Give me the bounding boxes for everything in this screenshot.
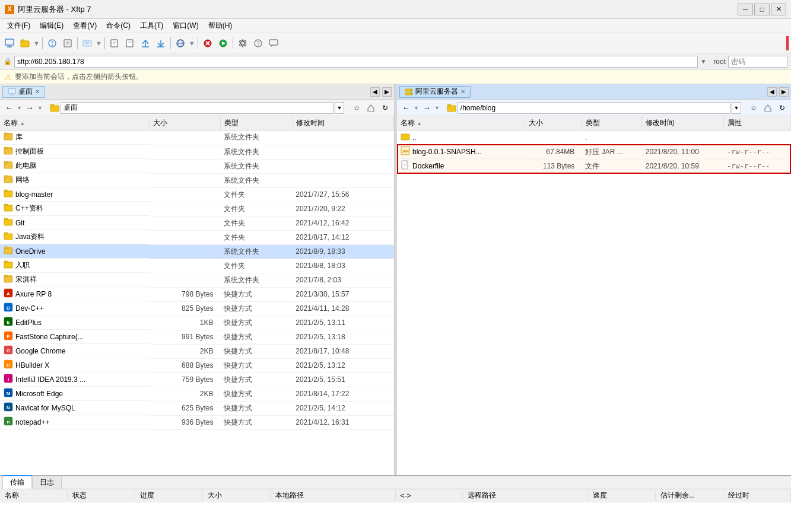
download-button[interactable] [154, 36, 168, 50]
left-nav-star[interactable]: ☆ [350, 101, 363, 114]
folder-dropdown[interactable]: ▼ [33, 40, 40, 47]
password-input[interactable] [728, 56, 787, 68]
left-tab-close[interactable]: ✕ [35, 88, 40, 95]
right-tab-server[interactable]: 阿里云服务器 ✕ [399, 86, 471, 98]
new-session-button[interactable] [2, 36, 17, 50]
right-forward-dropdown[interactable]: ▼ [434, 105, 440, 111]
left-file-row[interactable]: Git 文件夹 2021/4/12, 16:42 [0, 216, 394, 230]
separator-6 [233, 37, 233, 49]
left-file-row[interactable]: OneDrive 系统文件夹 2021/8/9, 18:33 [0, 244, 394, 259]
left-file-row[interactable]: N Navicat for MySQL 625 Bytes 快捷方式 2021/… [0, 401, 394, 415]
left-file-row[interactable]: blog-master 文件夹 2021/7/27, 15:56 [0, 187, 394, 202]
menu-edit[interactable]: 编辑(E) [35, 20, 68, 32]
right-col-type[interactable]: 类型 [582, 116, 641, 130]
left-nav-home[interactable] [364, 101, 377, 114]
file-type-cell: 文件夹 [220, 230, 292, 244]
left-file-row[interactable]: A Axure RP 8 798 Bytes 快捷方式 2021/3/30, 1… [0, 287, 394, 301]
right-file-list-container: 名称 ▲ 大小 类型 修改时间 属性 .. . JAR [397, 116, 791, 475]
left-file-row[interactable]: C++资料 文件夹 2021/7/20, 9:22 [0, 202, 394, 216]
toolbar-btn-7[interactable] [123, 36, 137, 50]
toolbar-btn-6[interactable] [107, 36, 122, 50]
col-size[interactable]: 大小 [150, 116, 221, 130]
address-input[interactable] [14, 56, 698, 68]
right-forward-button[interactable]: → [420, 101, 433, 114]
left-forward-dropdown[interactable]: ▼ [37, 105, 43, 111]
menu-tools[interactable]: 工具(T) [135, 20, 168, 32]
right-path-input[interactable] [458, 102, 730, 114]
minimize-button[interactable]: ─ [738, 4, 753, 15]
right-file-row[interactable]: JAR blog-0.0.1-SNAPSH... 67.84MB 好压 JAR … [397, 145, 791, 159]
left-file-row[interactable]: n notepad++ 936 Bytes 快捷方式 2021/4/12, 16… [0, 415, 394, 429]
left-file-row[interactable]: E EditPlus 1KB 快捷方式 2021/2/5, 13:11 [0, 316, 394, 330]
left-file-row[interactable]: 此电脑 系统文件夹 [0, 159, 394, 173]
left-path-input[interactable] [61, 102, 333, 114]
right-col-name[interactable]: 名称 ▲ [397, 116, 525, 130]
menu-window[interactable]: 窗口(W) [168, 20, 203, 32]
left-file-row[interactable]: 库 系统文件夹 [0, 130, 394, 145]
desktop-icon [8, 88, 16, 96]
tab-log[interactable]: 日志 [32, 476, 62, 489]
left-nav-refresh[interactable]: ↻ [379, 101, 392, 114]
left-file-row[interactable]: I IntelliJ IDEA 2019.3 ... 759 Bytes 快捷方… [0, 372, 394, 387]
toolbar-btn-4[interactable] [61, 36, 75, 50]
left-file-row[interactable]: M Microsoft Edge 2KB 快捷方式 2021/8/14, 17:… [0, 387, 394, 401]
right-nav-star[interactable]: ☆ [747, 101, 760, 114]
right-tab-next[interactable]: ▶ [779, 87, 789, 97]
toolbar-btn-3[interactable] [45, 36, 59, 50]
settings-button[interactable] [236, 36, 250, 50]
right-tab-close[interactable]: ✕ [460, 88, 465, 95]
left-file-row[interactable]: F FastStone Capture(... 991 Bytes 快捷方式 2… [0, 330, 394, 344]
left-file-row[interactable]: G Google Chrome 2KB 快捷方式 2021/8/17, 10:4… [0, 344, 394, 358]
chat-button[interactable] [266, 36, 281, 50]
toolbar-dropdown-2[interactable]: ▼ [96, 40, 102, 47]
right-file-row[interactable]: Dockerfile 113 Bytes 文件 2021/8/20, 10:59… [397, 159, 791, 173]
upload-button[interactable] [138, 36, 153, 50]
close-button[interactable]: ✕ [771, 4, 786, 15]
left-tab-desktop[interactable]: 桌面 ✕ [2, 86, 45, 98]
right-col-permissions[interactable]: 属性 [723, 116, 790, 130]
svg-rect-0 [5, 39, 14, 45]
file-modified-cell [292, 173, 393, 187]
left-file-row[interactable]: 入职 文件夹 2021/8/8, 18:03 [0, 259, 394, 273]
right-back-dropdown[interactable]: ▼ [414, 105, 419, 111]
green-button[interactable] [216, 36, 230, 50]
right-col-size[interactable]: 大小 [525, 116, 582, 130]
left-file-row[interactable]: Java资料 文件夹 2021/8/17, 14:12 [0, 230, 394, 244]
right-nav-refresh[interactable]: ↻ [776, 101, 789, 114]
left-file-row[interactable]: 网络 系统文件夹 [0, 173, 394, 187]
globe-button[interactable] [173, 36, 188, 50]
right-nav-home[interactable] [761, 101, 774, 114]
left-tab-prev[interactable]: ◀ [370, 87, 380, 97]
maximize-button[interactable]: □ [754, 4, 770, 15]
menu-help[interactable]: 帮助(H) [204, 20, 237, 32]
left-forward-button[interactable]: → [23, 101, 36, 114]
left-file-row[interactable]: 控制面板 系统文件夹 [0, 145, 394, 159]
address-dropdown-arrow[interactable]: ▼ [700, 58, 706, 65]
tab-transfer[interactable]: 传输 [2, 475, 32, 489]
right-back-button[interactable]: ← [399, 101, 412, 114]
left-file-row[interactable]: 宋淇祥 系统文件夹 2021/7/8, 2:03 [0, 273, 394, 287]
open-folder-button[interactable] [18, 36, 32, 50]
right-tab-prev[interactable]: ◀ [767, 87, 777, 97]
help-button[interactable]: ? [251, 36, 265, 50]
menu-file[interactable]: 文件(F) [2, 20, 35, 32]
left-file-row[interactable]: H HBuilder X 688 Bytes 快捷方式 2021/2/5, 13… [0, 358, 394, 372]
right-col-modified[interactable]: 修改时间 [642, 116, 723, 130]
right-file-row[interactable]: .. . [397, 130, 791, 145]
stop-button[interactable] [201, 36, 215, 50]
left-back-button[interactable]: ← [2, 101, 15, 114]
left-back-dropdown[interactable]: ▼ [17, 105, 22, 111]
right-path-dropdown[interactable]: ▼ [732, 102, 741, 114]
col-name[interactable]: 名称 ▲ [0, 116, 150, 130]
menu-command[interactable]: 命令(C) [101, 20, 135, 32]
left-path-dropdown[interactable]: ▼ [335, 102, 344, 114]
menu-view[interactable]: 查看(V) [68, 20, 101, 32]
left-tab-next[interactable]: ▶ [382, 87, 392, 97]
col-type[interactable]: 类型 [220, 116, 292, 130]
col-modified[interactable]: 修改时间 [292, 116, 393, 130]
right-file-table: 名称 ▲ 大小 类型 修改时间 属性 .. . JAR [397, 116, 791, 174]
toolbar-btn-5[interactable] [80, 36, 94, 50]
globe-dropdown[interactable]: ▼ [189, 40, 195, 47]
file-name-cell: 网络 [0, 173, 150, 187]
left-file-row[interactable]: D Dev-C++ 825 Bytes 快捷方式 2021/4/11, 14:2… [0, 301, 394, 316]
